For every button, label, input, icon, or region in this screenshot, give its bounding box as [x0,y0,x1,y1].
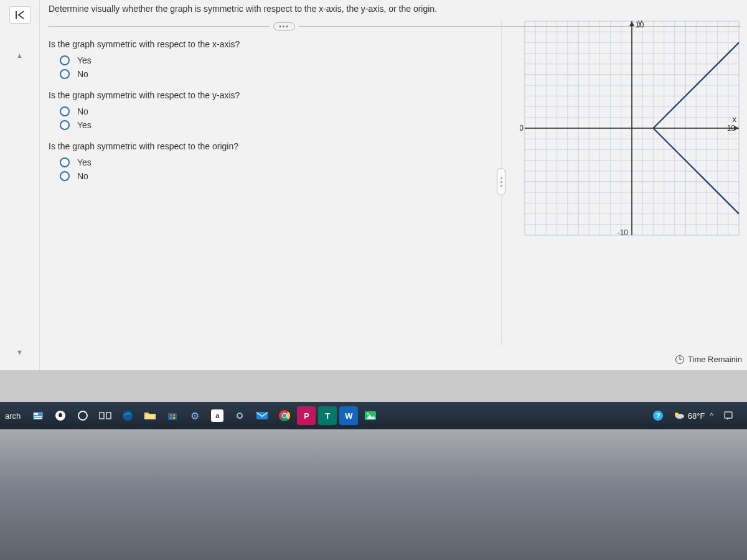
clock-icon [675,355,684,364]
option-label: Yes [77,120,92,130]
svg-text:-10: -10 [520,124,524,133]
option-label: No [77,106,88,116]
svg-rect-66 [173,414,175,416]
svg-rect-69 [256,412,268,419]
option-label: No [77,171,88,181]
weather-icon [673,411,685,421]
svg-point-74 [283,414,286,418]
svg-rect-63 [144,414,156,419]
amazon-icon[interactable]: a [207,406,227,426]
svg-rect-65 [170,414,172,416]
app-body: ▲ ▼ Determine visually whether the graph… [0,0,747,370]
svg-rect-67 [170,417,172,419]
radio-icon[interactable] [60,120,70,130]
radio-icon[interactable] [60,171,70,181]
graph: -101010-10xy [520,16,744,240]
weather-widget[interactable]: 68°F [673,411,705,421]
temperature-label: 68°F [688,411,705,421]
taskbar-tray: ? 68°F ^ [648,406,742,426]
collapse-panel-button[interactable] [9,6,31,24]
notifications-icon[interactable] [718,406,738,426]
svg-rect-68 [173,417,175,419]
mail-icon[interactable] [252,406,272,426]
app-p-icon[interactable]: P [297,406,316,425]
cortana-icon[interactable] [73,406,93,426]
svg-point-81 [675,413,679,416]
collapse-icon [14,10,26,20]
svg-text:x: x [733,114,737,124]
copilot-icon[interactable] [230,406,250,426]
task-view-icon[interactable] [95,406,115,426]
taskbar: arch ⚙ a P T W ? 6 [0,402,747,429]
radio-icon[interactable] [60,69,70,79]
app-w-icon[interactable]: W [339,406,358,425]
svg-rect-82 [725,412,732,418]
news-icon[interactable] [28,406,48,426]
scroll-up-button[interactable]: ▲ [14,50,26,61]
help-icon[interactable]: ? [648,406,668,426]
svg-rect-60 [100,413,104,419]
svg-rect-64 [168,413,177,420]
soccer-icon[interactable] [50,406,70,426]
tray-caret[interactable]: ^ [710,411,713,420]
option-label: Yes [77,157,92,167]
svg-rect-61 [106,413,111,419]
svg-rect-55 [34,416,42,418]
file-explorer-icon[interactable] [140,406,160,426]
edge-icon[interactable] [118,406,138,426]
svg-rect-54 [34,413,38,415]
content-pane: Determine visually whether the graph is … [40,0,747,370]
radio-icon[interactable] [60,106,70,116]
svg-text:?: ? [655,412,660,419]
svg-text:-10: -10 [618,228,629,237]
left-rail: ▲ ▼ [0,0,40,370]
svg-text:10: 10 [727,124,736,133]
store-icon[interactable] [162,406,182,426]
option-label: No [77,69,88,79]
app-t-icon[interactable]: T [318,406,337,425]
settings-icon[interactable]: ⚙ [185,406,205,426]
time-remaining-label: Time Remainin [688,355,742,364]
desk-surface [0,429,747,560]
svg-rect-56 [34,418,42,419]
svg-point-59 [78,411,87,420]
svg-marker-83 [726,418,729,420]
radio-icon[interactable] [60,55,70,65]
svg-marker-46 [629,21,634,26]
photos-icon[interactable] [360,406,380,426]
option-label: Yes [77,55,92,65]
svg-point-62 [123,411,133,421]
svg-point-77 [367,413,369,415]
scroll-down-button[interactable]: ▼ [14,347,26,358]
resize-handle[interactable] [497,168,505,195]
app-window: ▲ ▼ Determine visually whether the graph… [0,0,747,370]
more-button[interactable]: ••• [273,22,295,30]
taskbar-search-text[interactable]: arch [5,411,26,421]
chrome-icon[interactable] [275,406,294,426]
svg-text:y: y [638,17,642,27]
graph-pane: -101010-10xy [517,10,747,246]
time-remaining: Time Remainin [675,355,742,364]
radio-icon[interactable] [60,157,70,167]
